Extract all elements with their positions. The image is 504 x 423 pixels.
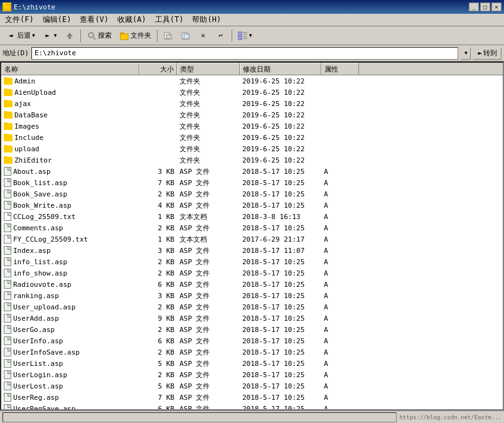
table-row[interactable]: Book_Write.asp 4 KB ASP 文件 2018-5-17 10:… xyxy=(1,200,503,211)
cell-size: 7 KB xyxy=(139,394,177,402)
back-button[interactable]: ◄ 后退 ▼ xyxy=(3,28,38,43)
svg-rect-13 xyxy=(243,32,247,33)
cell-name: UserInfoSave.asp xyxy=(1,348,139,356)
table-row[interactable]: Book_list.asp 7 KB ASP 文件 2018-5-17 10:2… xyxy=(1,177,503,188)
table-row[interactable]: DataBase 文件夹 2019-6-25 10:22 xyxy=(1,109,503,120)
cell-date: 2018-5-17 10:25 xyxy=(240,371,321,379)
table-row[interactable]: info_show.asp 2 KB ASP 文件 2018-5-17 10:2… xyxy=(1,267,503,279)
address-bar: 地址(D) ▼ ► 转到 xyxy=(0,45,504,62)
menu-tools[interactable]: 工具(T) xyxy=(151,14,188,26)
address-dropdown[interactable]: ▼ xyxy=(461,47,471,60)
asp-file-icon xyxy=(4,382,11,390)
copy-button[interactable] xyxy=(178,28,194,43)
up-icon xyxy=(65,31,75,41)
col-header-size[interactable]: 大小 xyxy=(139,63,177,75)
menu-view[interactable]: 查看(V) xyxy=(76,14,112,26)
table-row[interactable]: Index.asp 3 KB ASP 文件 2018-5-17 11:07 A xyxy=(1,245,503,256)
col-header-attr[interactable]: 属性 xyxy=(321,63,359,75)
cell-attr: A xyxy=(321,394,359,402)
cell-attr: A xyxy=(321,235,359,244)
cell-date: 2018-5-17 10:25 xyxy=(240,394,321,402)
folders-icon xyxy=(119,31,129,41)
file-rows[interactable]: Admin 文件夹 2019-6-25 10:22 AienUpload 文件夹… xyxy=(1,75,503,409)
table-row[interactable]: ajax 文件夹 2019-6-25 10:22 xyxy=(1,98,503,109)
table-row[interactable]: UserLogin.asp 2 KB ASP 文件 2018-5-17 10:2… xyxy=(1,369,503,380)
close-button[interactable]: ✕ xyxy=(491,3,501,11)
cell-type: ASP 文件 xyxy=(177,404,240,410)
txt-file-icon xyxy=(4,212,11,221)
move-button[interactable] xyxy=(160,28,176,43)
cell-date: 2019-6-25 10:22 xyxy=(240,100,321,108)
svg-rect-16 xyxy=(243,36,247,37)
col-header-date[interactable]: 修改日期 xyxy=(240,63,321,75)
menu-edit[interactable]: 编辑(E) xyxy=(39,14,75,26)
table-row[interactable]: Comments.asp 2 KB ASP 文件 2018-5-17 10:25… xyxy=(1,222,503,233)
table-row[interactable]: UserReg.asp 7 KB ASP 文件 2018-5-17 10:25 … xyxy=(1,392,503,403)
table-row[interactable]: FY_CCLog_25509.txt 1 KB 文本文档 2017-6-29 2… xyxy=(1,233,503,245)
address-input[interactable] xyxy=(31,47,459,60)
cell-size: 6 KB xyxy=(139,405,177,410)
cell-name: Admin xyxy=(1,77,139,85)
table-row[interactable]: Admin 文件夹 2019-6-25 10:22 xyxy=(1,75,503,87)
cell-name: DataBase xyxy=(1,111,139,119)
table-row[interactable]: About.asp 3 KB ASP 文件 2018-5-17 10:25 A xyxy=(1,166,503,177)
maximize-button[interactable]: □ xyxy=(480,3,490,11)
menu-help[interactable]: 帮助(H) xyxy=(188,14,225,26)
go-button[interactable]: ► 转到 xyxy=(473,47,501,60)
folder-icon xyxy=(4,157,13,164)
table-row[interactable]: Images 文件夹 2019-6-25 10:22 xyxy=(1,120,503,132)
delete-icon: ✕ xyxy=(198,31,208,41)
table-row[interactable]: UserGo.asp 2 KB ASP 文件 2018-5-17 10:25 A xyxy=(1,324,503,335)
svg-rect-12 xyxy=(238,32,242,35)
table-row[interactable]: UserLost.asp 5 KB ASP 文件 2018-5-17 10:25… xyxy=(1,380,503,392)
cell-type: ASP 文件 xyxy=(177,325,240,335)
asp-file-icon xyxy=(4,190,11,198)
folders-button[interactable]: 文件夹 xyxy=(116,28,154,43)
table-row[interactable]: AienUpload 文件夹 2019-6-25 10:22 xyxy=(1,87,503,98)
table-row[interactable]: UserAdd.asp 9 KB ASP 文件 2018-5-17 10:25 … xyxy=(1,313,503,324)
table-row[interactable]: ZhiEditor 文件夹 2019-6-25 10:22 xyxy=(1,154,503,166)
cell-name: AienUpload xyxy=(1,88,139,97)
col-header-name[interactable]: 名称 xyxy=(1,63,139,75)
table-row[interactable]: ranking.asp 3 KB ASP 文件 2018-5-17 10:25 … xyxy=(1,290,503,301)
svg-rect-1 xyxy=(3,4,6,7)
svg-rect-9 xyxy=(166,35,171,39)
cell-size: 2 KB xyxy=(139,371,177,379)
status-text xyxy=(3,412,397,422)
table-row[interactable]: User_upload.asp 2 KB ASP 文件 2018-5-17 10… xyxy=(1,301,503,313)
table-row[interactable]: upload 文件夹 2019-6-25 10:22 xyxy=(1,143,503,154)
asp-file-icon xyxy=(4,314,11,323)
search-button[interactable]: 搜索 xyxy=(83,28,115,43)
menu-file[interactable]: 文件(F) xyxy=(1,14,38,26)
cell-date: 2018-5-17 10:25 xyxy=(240,258,321,266)
up-button[interactable] xyxy=(62,28,78,43)
table-row[interactable]: Radiouvote.asp 6 KB ASP 文件 2018-5-17 10:… xyxy=(1,279,503,290)
cell-type: ASP 文件 xyxy=(177,190,240,199)
table-row[interactable]: UserRegSave.asp 6 KB ASP 文件 2018-5-17 10… xyxy=(1,403,503,409)
undo-button[interactable]: ↩ xyxy=(213,28,229,43)
cell-name: ajax xyxy=(1,100,139,108)
table-row[interactable]: info_list.asp 2 KB ASP 文件 2018-5-17 10:2… xyxy=(1,256,503,267)
table-row[interactable]: CCLog_25509.txt 1 KB 文本文档 2018-3-8 16:13… xyxy=(1,211,503,222)
table-row[interactable]: UserInfo.asp 6 KB ASP 文件 2018-5-17 10:25… xyxy=(1,335,503,346)
delete-button[interactable]: ✕ xyxy=(195,28,212,43)
move-icon xyxy=(163,31,173,41)
cell-attr: A xyxy=(321,360,359,368)
txt-file-icon xyxy=(4,235,11,244)
table-row[interactable]: Include 文件夹 2019-6-25 10:22 xyxy=(1,132,503,143)
table-row[interactable]: Book_Save.asp 2 KB ASP 文件 2018-5-17 10:2… xyxy=(1,188,503,200)
cell-type: 文本文档 xyxy=(177,235,240,244)
asp-file-icon xyxy=(4,223,11,232)
cell-size: 2 KB xyxy=(139,269,177,277)
cell-date: 2019-6-25 10:22 xyxy=(240,88,321,97)
cell-name: info_list.asp xyxy=(1,257,139,266)
cell-type: ASP 文件 xyxy=(177,303,240,312)
table-row[interactable]: UserList.asp 5 KB ASP 文件 2018-5-17 10:25… xyxy=(1,358,503,369)
views-button[interactable]: ▼ xyxy=(235,28,255,43)
col-header-type[interactable]: 类型 xyxy=(177,63,240,75)
minimize-button[interactable]: _ xyxy=(469,3,479,11)
forward-button[interactable]: ► ▼ xyxy=(40,28,60,43)
cell-size: 3 KB xyxy=(139,168,177,176)
table-row[interactable]: UserInfoSave.asp 2 KB ASP 文件 2018-5-17 1… xyxy=(1,346,503,358)
menu-favorites[interactable]: 收藏(A) xyxy=(114,14,150,26)
